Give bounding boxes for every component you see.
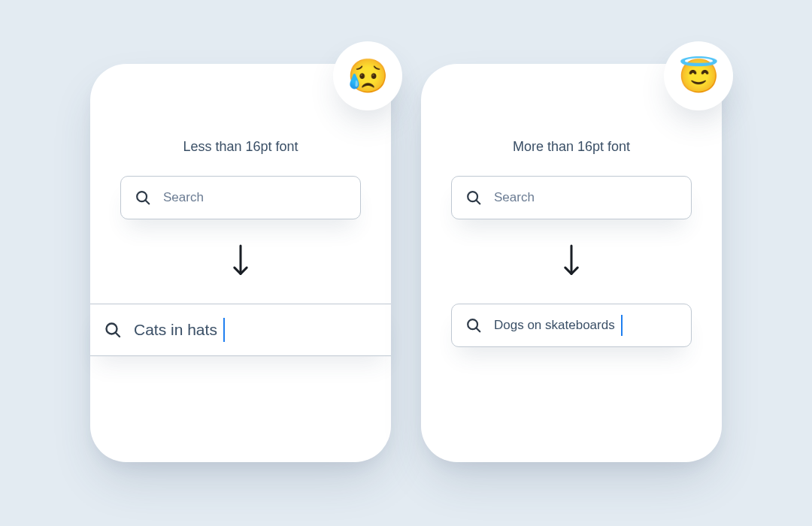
search-input-before[interactable]: Search bbox=[120, 176, 361, 219]
card-good-example: 😇 More than 16pt font Search bbox=[421, 64, 722, 462]
search-icon bbox=[135, 189, 151, 206]
svg-line-6 bbox=[477, 201, 480, 204]
search-placeholder: Search bbox=[163, 190, 204, 205]
arrow-down-icon bbox=[230, 243, 251, 280]
badge-good: 😇 bbox=[664, 41, 733, 110]
search-input-before[interactable]: Search bbox=[451, 176, 692, 219]
search-icon bbox=[465, 189, 482, 206]
card-content: Less than 16pt font Search bbox=[90, 139, 391, 356]
card-title: More than 16pt font bbox=[513, 139, 630, 155]
search-input-zoomed[interactable]: Cats in hats bbox=[90, 304, 391, 356]
arrow-down-icon bbox=[561, 243, 582, 280]
search-icon bbox=[465, 317, 482, 334]
svg-line-1 bbox=[146, 201, 150, 204]
search-input-after[interactable]: Dogs on skateboards bbox=[451, 304, 692, 347]
text-cursor-icon bbox=[223, 318, 226, 342]
card-title: Less than 16pt font bbox=[183, 139, 298, 155]
angel-emoji-icon: 😇 bbox=[678, 56, 720, 95]
search-value: Cats in hats bbox=[134, 321, 217, 339]
card-content: More than 16pt font Search bbox=[421, 139, 722, 347]
badge-bad: 😥 bbox=[333, 41, 402, 110]
search-icon bbox=[104, 321, 122, 339]
svg-line-4 bbox=[116, 333, 120, 337]
text-cursor-icon bbox=[621, 315, 623, 336]
sad-emoji-icon: 😥 bbox=[347, 56, 389, 95]
card-bad-example: 😥 Less than 16pt font Search bbox=[90, 64, 391, 462]
search-placeholder: Search bbox=[494, 190, 535, 205]
svg-line-9 bbox=[477, 328, 480, 332]
search-value: Dogs on skateboards bbox=[494, 318, 615, 333]
